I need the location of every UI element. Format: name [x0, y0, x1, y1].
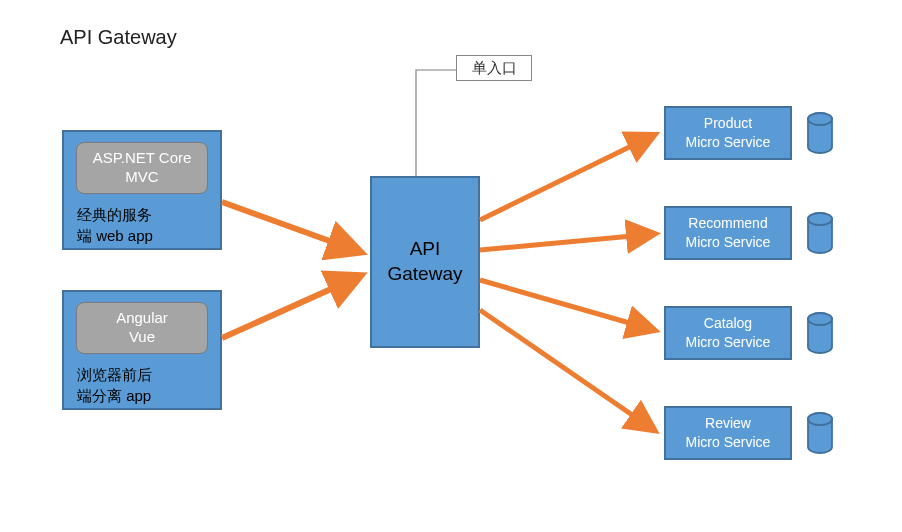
svg-point-1 — [808, 213, 832, 225]
arrow-gateway-recommend — [480, 234, 654, 250]
diagram-title: API Gateway — [60, 26, 177, 49]
client-desc: 浏览器前后 端分离 app — [77, 364, 207, 406]
callout-single-entry: 单入口 — [456, 55, 532, 81]
service-box-review: Review Micro Service — [664, 406, 792, 460]
tech-label: ASP.NET Core MVC — [93, 149, 192, 185]
svg-point-3 — [808, 413, 832, 425]
client-desc: 经典的服务 端 web app — [77, 204, 207, 246]
database-icon — [808, 113, 832, 453]
service-label: Catalog Micro Service — [686, 314, 771, 352]
service-box-catalog: Catalog Micro Service — [664, 306, 792, 360]
client-box-spa-app: Angular Vue 浏览器前后 端分离 app — [62, 290, 222, 410]
callout-label: 单入口 — [472, 59, 517, 78]
arrow-client2-gateway — [222, 276, 360, 338]
callout-line — [416, 70, 456, 176]
svg-point-2 — [808, 313, 832, 325]
svg-point-0 — [808, 113, 832, 125]
service-box-product: Product Micro Service — [664, 106, 792, 160]
arrow-gateway-catalog — [480, 280, 654, 330]
service-label: Recommend Micro Service — [686, 214, 771, 252]
service-box-recommend: Recommend Micro Service — [664, 206, 792, 260]
service-label: Review Micro Service — [686, 414, 771, 452]
gateway-label: API Gateway — [388, 237, 463, 286]
arrow-gateway-product — [480, 135, 654, 220]
tech-pill-angular-vue: Angular Vue — [76, 302, 208, 354]
tech-label: Angular Vue — [116, 309, 168, 345]
tech-pill-aspnet: ASP.NET Core MVC — [76, 142, 208, 194]
arrow-gateway-review — [480, 310, 654, 430]
gateway-box: API Gateway — [370, 176, 480, 348]
client-box-server-app: ASP.NET Core MVC 经典的服务 端 web app — [62, 130, 222, 250]
service-label: Product Micro Service — [686, 114, 771, 152]
arrow-client1-gateway — [222, 202, 360, 252]
